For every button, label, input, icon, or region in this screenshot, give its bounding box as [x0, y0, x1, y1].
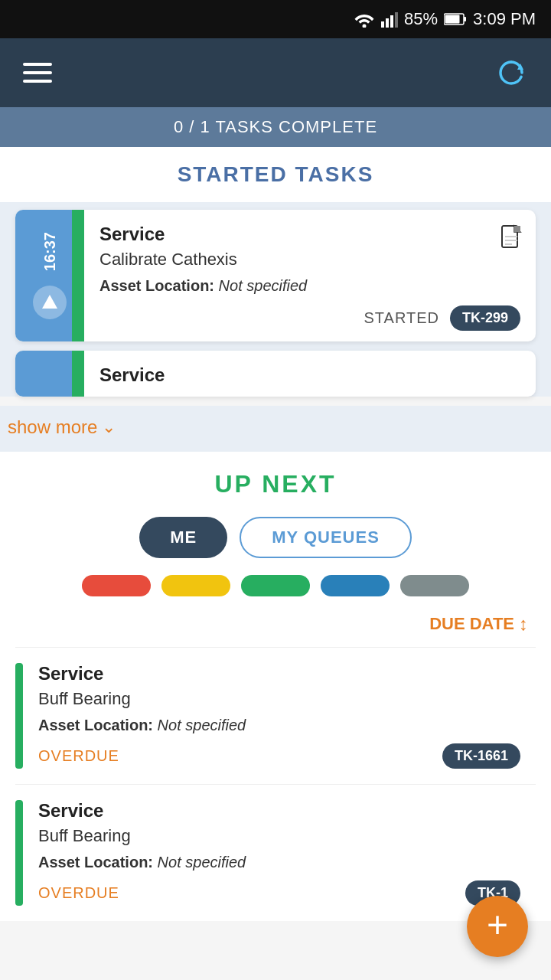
up-next-item-1[interactable]: Service Buff Bearing Asset Location: Not… — [15, 647, 536, 784]
fab-add-button[interactable]: + — [467, 896, 528, 957]
sort-arrows-icon: ↕ — [519, 613, 528, 635]
status-bar: 85% 3:09 PM — [0, 0, 551, 38]
task-location-value-1: Not specified — [219, 277, 308, 294]
svg-rect-2 — [386, 18, 389, 28]
svg-rect-3 — [390, 15, 393, 28]
wifi-icon — [354, 11, 375, 28]
up-next-item-footer-1: OVERDUE TK-1661 — [38, 743, 520, 769]
show-more-button[interactable]: show more ⌄ — [8, 416, 116, 438]
up-next-item-bar-1 — [15, 663, 23, 769]
task-doc-icon-1 — [497, 220, 525, 254]
due-date-sort-button[interactable]: DUE DATE ↕ — [429, 613, 528, 635]
refresh-button[interactable] — [494, 56, 528, 90]
task-card-footer-1: STARTED TK-299 — [99, 305, 520, 331]
task-nav-icon-1 — [33, 286, 67, 319]
up-next-item-footer-2: OVERDUE TK-1 — [38, 880, 520, 906]
filter-colors-row — [15, 575, 536, 596]
filter-red[interactable] — [82, 575, 151, 596]
tasks-complete-text: 0 / 1 TASKS COMPLETE — [174, 117, 377, 137]
sort-label: DUE DATE — [429, 614, 514, 634]
task-card-side-2 — [15, 351, 84, 397]
filter-yellow[interactable] — [161, 575, 230, 596]
up-next-item-2[interactable]: Service Buff Bearing Asset Location: Not… — [15, 784, 536, 921]
battery-text: 85% — [404, 9, 438, 29]
toggle-row: ME MY QUEUES — [15, 517, 536, 558]
plus-icon: + — [487, 906, 508, 943]
up-next-item-location-1: Asset Location: Not specified — [38, 717, 520, 734]
filter-blue[interactable] — [321, 575, 390, 596]
item-id-badge-1: TK-1661 — [442, 743, 520, 769]
svg-point-0 — [363, 24, 367, 28]
task-card-body-1: Service Calibrate Cathexis Asset Locatio… — [84, 210, 536, 341]
started-tasks-title: STARTED TASKS — [178, 162, 374, 186]
up-next-title: UP NEXT — [15, 470, 536, 498]
svg-rect-11 — [514, 226, 520, 232]
chevron-down-icon: ⌄ — [102, 417, 116, 437]
task-status-1: STARTED — [364, 309, 439, 327]
up-next-location-value-1: Not specified — [158, 717, 246, 733]
time-display: 3:09 PM — [473, 9, 536, 29]
up-next-section: UP NEXT ME MY QUEUES DUE DATE ↕ Service … — [0, 452, 551, 921]
up-next-location-value-2: Not specified — [158, 854, 246, 871]
up-next-item-content-1: Service Buff Bearing Asset Location: Not… — [38, 663, 520, 769]
task-type-2: Service — [99, 364, 520, 386]
svg-marker-9 — [42, 295, 57, 309]
me-toggle-button[interactable]: ME — [139, 517, 227, 558]
my-queues-toggle-button[interactable]: MY QUEUES — [240, 517, 412, 558]
battery-icon — [444, 12, 467, 26]
overdue-label-2: OVERDUE — [38, 884, 119, 902]
up-next-list: Service Buff Bearing Asset Location: Not… — [15, 647, 536, 921]
task-id-badge-1: TK-299 — [450, 305, 520, 331]
filter-green[interactable] — [241, 575, 310, 596]
up-next-item-name-2: Buff Bearing — [38, 826, 520, 846]
up-next-item-name-1: Buff Bearing — [38, 689, 520, 709]
started-tasks-header: STARTED TASKS — [0, 147, 551, 202]
signal-icon — [381, 11, 398, 28]
started-tasks-area: 16:37 Service Calibrate Cathexis Asset L… — [0, 202, 551, 397]
up-next-item-type-1: Service — [38, 663, 520, 684]
up-next-item-type-2: Service — [38, 800, 520, 822]
svg-rect-7 — [445, 15, 460, 24]
task-time-1: 16:37 — [41, 232, 59, 271]
tasks-complete-banner: 0 / 1 TASKS COMPLETE — [0, 107, 551, 147]
task-type-1: Service — [99, 224, 520, 245]
filter-gray[interactable] — [400, 575, 469, 596]
up-next-item-location-2: Asset Location: Not specified — [38, 854, 520, 871]
show-more-row: show more ⌄ — [0, 406, 551, 452]
started-task-card-2[interactable]: Service — [15, 351, 536, 397]
up-next-item-content-2: Service Buff Bearing Asset Location: Not… — [38, 800, 520, 906]
overdue-label-1: OVERDUE — [38, 747, 119, 765]
task-name-1: Calibrate Cathexis — [99, 250, 520, 270]
started-task-card-1[interactable]: 16:37 Service Calibrate Cathexis Asset L… — [15, 210, 536, 341]
task-card-body-2: Service — [84, 351, 536, 397]
svg-rect-1 — [381, 21, 384, 28]
nav-bar — [0, 38, 551, 107]
svg-rect-6 — [464, 17, 466, 21]
task-location-1: Asset Location: Not specified — [99, 277, 520, 295]
task-card-side-1: 16:37 — [15, 210, 84, 341]
svg-rect-4 — [395, 12, 398, 28]
sort-row: DUE DATE ↕ — [15, 613, 536, 647]
hamburger-menu[interactable] — [23, 63, 52, 83]
show-more-label: show more — [8, 416, 97, 438]
up-next-item-bar-2 — [15, 800, 23, 906]
